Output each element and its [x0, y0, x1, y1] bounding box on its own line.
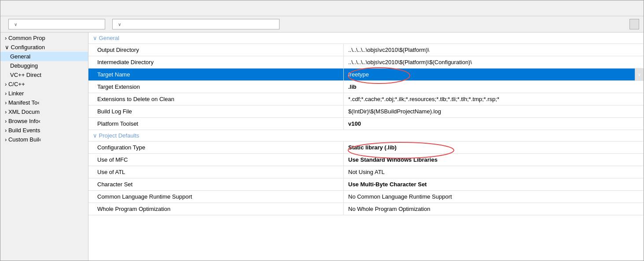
sidebar-item-configuration[interactable]: ∨ Configuration — [0, 43, 88, 52]
prop-name-build-log: Build Log File — [88, 105, 344, 117]
prop-name-config-type: Configuration Type — [88, 141, 344, 153]
prop-value-intermediate-dir: ..\..\..\..\objs\vc2010\$(Platform)\$(Co… — [344, 56, 644, 68]
title-bar — [0, 0, 644, 16]
prop-value-target-ext: .lib — [344, 81, 644, 93]
prop-name-use-atl: Use of ATL — [88, 166, 344, 178]
prop-row-use-mfc[interactable]: Use of MFCUse Standard Windows Libraries — [88, 154, 644, 166]
sidebar-item-general[interactable]: General — [0, 52, 88, 61]
platform-dropdown[interactable]: ∨ — [112, 19, 280, 29]
prop-row-clr-support[interactable]: Common Language Runtime SupportNo Common… — [88, 191, 644, 203]
content-area: ∨ GeneralOutput Directory..\..\..\..\obj… — [88, 33, 644, 261]
prop-name-char-set: Character Set — [88, 178, 344, 190]
prop-name-target-ext: Target Extension — [88, 81, 344, 93]
sidebar-item-browse-info[interactable]: › Browse Info‹ — [0, 116, 88, 126]
sidebar-item-debugging[interactable]: Debugging — [0, 61, 88, 70]
config-bar: ∨ ∨ — [0, 16, 644, 33]
sidebar-item-common-prop[interactable]: › Common Prop — [0, 33, 88, 43]
general-section-header: ∨ General — [88, 33, 644, 44]
prop-row-platform-toolset[interactable]: Platform Toolsetv100 — [88, 118, 644, 130]
config-dropdown[interactable]: ∨ — [8, 19, 105, 29]
prop-row-whole-prog[interactable]: Whole Program OptimizationNo Whole Progr… — [88, 203, 644, 215]
sidebar: › Common Prop∨ ConfigurationGeneralDebug… — [0, 33, 88, 261]
prop-value-whole-prog: No Whole Program Optimization — [344, 203, 644, 215]
sidebar-item-manifest-tool[interactable]: › Manifest To‹ — [0, 98, 88, 107]
prop-name-intermediate-dir: Intermediate Directory — [88, 56, 344, 68]
sidebar-item-vcpp-direct[interactable]: VC++ Direct — [0, 70, 88, 80]
prop-value-config-type: Static library (.lib) — [344, 141, 644, 153]
prop-value-platform-toolset: v100 — [344, 118, 644, 130]
sidebar-item-linker[interactable]: › Linker — [0, 89, 88, 98]
prop-value-char-set: Use Multi-Byte Character Set — [344, 178, 644, 190]
prop-row-target-name[interactable]: Target Namefreetype∨ — [88, 69, 644, 81]
prop-row-char-set[interactable]: Character SetUse Multi-Byte Character Se… — [88, 178, 644, 191]
prop-name-target-name: Target Name — [88, 69, 344, 80]
prop-value-output-dir: ..\..\..\..\objs\vc2010\$(Platform)\ — [344, 44, 644, 56]
prop-row-output-dir[interactable]: Output Directory..\..\..\..\objs\vc2010\… — [88, 44, 644, 56]
prop-name-clr-support: Common Language Runtime Support — [88, 191, 344, 203]
prop-value-extensions-delete: *.cdf;*.cache;*.obj;*.ilk;*.resources;*.… — [344, 93, 644, 105]
prop-name-output-dir: Output Directory — [88, 44, 344, 56]
prop-row-extensions-delete[interactable]: Extensions to Delete on Clean*.cdf;*.cac… — [88, 93, 644, 105]
prop-value-use-atl: Not Using ATL — [344, 166, 644, 178]
prop-name-use-mfc: Use of MFC — [88, 154, 344, 166]
prop-row-use-atl[interactable]: Use of ATLNot Using ATL — [88, 166, 644, 178]
sidebar-item-build-events[interactable]: › Build Events — [0, 126, 88, 135]
value-dropdown-btn-target-name[interactable]: ∨ — [635, 69, 644, 80]
config-dropdown-arrow: ∨ — [14, 22, 17, 27]
prop-row-config-type[interactable]: Configuration TypeStatic library (.lib) — [88, 141, 644, 154]
main-content: › Common Prop∨ ConfigurationGeneralDebug… — [0, 33, 644, 261]
prop-value-build-log: $(IntDir)\$(MSBuildProjectName).log — [344, 105, 644, 117]
prop-name-whole-prog: Whole Program Optimization — [88, 203, 344, 215]
help-button[interactable] — [626, 7, 631, 9]
platform-dropdown-arrow: ∨ — [118, 22, 121, 27]
prop-row-build-log[interactable]: Build Log File$(IntDir)\$(MSBuildProject… — [88, 105, 644, 118]
title-bar-controls — [626, 7, 638, 9]
config-manager-button[interactable] — [629, 19, 639, 29]
sidebar-item-cpp[interactable]: › C/C++ — [0, 80, 88, 89]
sidebar-item-custom-build[interactable]: › Custom Buil‹ — [0, 135, 88, 144]
prop-name-platform-toolset: Platform Toolset — [88, 118, 344, 130]
prop-value-target-name: freetype∨ — [344, 69, 644, 80]
dialog: ∨ ∨ › Common Prop∨ ConfigurationGeneralD… — [0, 0, 644, 261]
prop-row-intermediate-dir[interactable]: Intermediate Directory..\..\..\..\objs\v… — [88, 56, 644, 69]
project-defaults-section-header: ∨ Project Defaults — [88, 130, 644, 141]
prop-row-target-ext[interactable]: Target Extension.lib — [88, 81, 644, 93]
prop-value-use-mfc: Use Standard Windows Libraries — [344, 154, 644, 166]
prop-name-extensions-delete: Extensions to Delete on Clean — [88, 93, 344, 105]
sidebar-item-xml-docum[interactable]: › XML Docum — [0, 107, 88, 116]
close-button[interactable] — [633, 7, 638, 9]
prop-value-clr-support: No Common Language Runtime Support — [344, 191, 644, 203]
